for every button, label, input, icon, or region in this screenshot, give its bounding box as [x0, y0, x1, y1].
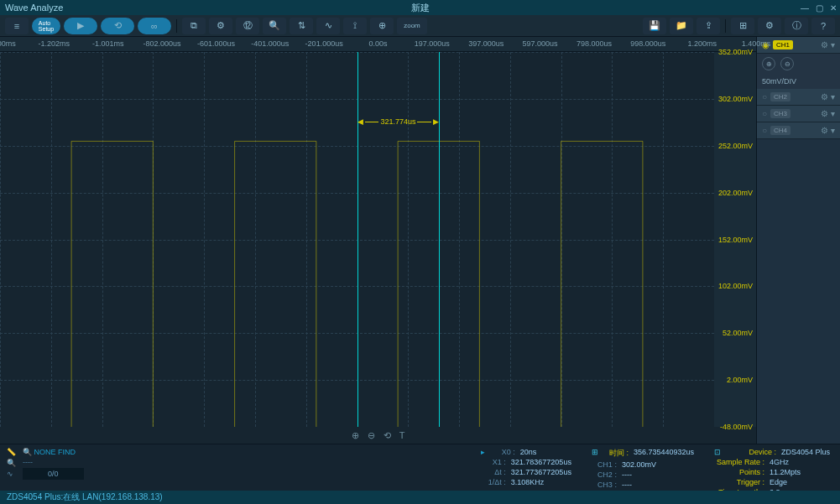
zoom-in-icon[interactable]: ⊕ [352, 430, 359, 441]
find-status: NONE FIND [34, 448, 76, 456]
zoom-icon[interactable]: 🔍 [7, 459, 16, 467]
cursor-x0[interactable]: X0 [357, 52, 358, 427]
screen-button[interactable]: ⧉ [182, 18, 206, 34]
find-count: 0/0 [23, 468, 84, 480]
settings-button[interactable]: ⚙ [209, 18, 232, 34]
document-title: 新建 [411, 2, 430, 14]
ch1-zoomin-icon[interactable]: ⊕ [762, 57, 775, 70]
folder-button[interactable]: 📁 [670, 18, 693, 34]
measure-button[interactable]: ⑫ [236, 18, 259, 34]
ch1-zoomout-icon[interactable]: ⊖ [780, 57, 794, 70]
waveform-plot[interactable]: X0 X1 ◀ 321.774us ▶ [0, 52, 714, 427]
autosetup-button[interactable]: Auto Setup [32, 18, 60, 34]
bottom-panel: 📏 🔍 ∿ 🔍 NONE FIND ---- 0/0 ▸X0 :20ns X1 … [0, 444, 840, 491]
help-button[interactable]: ? [811, 18, 835, 34]
sync-button[interactable]: ∞ [138, 18, 171, 34]
channel-sidebar: ◉CH1 ⚙ ▾ ⊕ ⊖ 50mV/DIV ○CH2 ⚙ ▾ ○CH3 ⚙ ▾ … [756, 37, 840, 444]
cursor-readout: ▸X0 :20ns X1 :321.783677205us Δt :321.77… [471, 444, 582, 491]
ch2-panel[interactable]: ○CH2 ⚙ ▾ [757, 89, 840, 106]
device-readout: ⊡Device :ZDS4054 Plus Sample Rate :4GHz … [704, 444, 840, 491]
plot-tools: ⊕ ⊖ ⟲ T [0, 427, 756, 444]
time-axis: -1.400ms-1.202ms-1.001ms-802.000us-601.0… [0, 37, 756, 52]
app-title: Wave Analyze [5, 3, 63, 13]
save-button[interactable]: 💾 [643, 18, 666, 34]
ch3-panel[interactable]: ○CH3 ⚙ ▾ [757, 106, 840, 122]
gear-icon[interactable]: ⚙ [758, 18, 781, 34]
minimize-button[interactable]: — [801, 3, 809, 13]
wave-icon[interactable]: ∿ [7, 470, 16, 478]
maximize-button[interactable]: ▢ [816, 3, 823, 13]
voltage-axis: 352.00mV302.00mV252.00mV202.00mV152.00mV… [714, 52, 756, 427]
ruler-icon[interactable]: 📏 [7, 448, 16, 456]
text-icon[interactable]: T [399, 430, 405, 440]
toolbar: ≡ Auto Setup ▶ ⟲ ∞ ⧉ ⚙ ⑫ 🔍 ⇅ ∿ ⟟ ⊕ zoom … [0, 15, 840, 37]
ch2-gear-icon[interactable]: ⚙ ▾ [821, 92, 835, 101]
config-button[interactable]: ⊞ [731, 18, 754, 34]
menu-button[interactable]: ≡ [5, 18, 29, 34]
math-button[interactable]: ∿ [316, 18, 340, 34]
status-bar: ZDS4054 Plus:在线 LAN(192.168.138.13) [0, 491, 840, 504]
search-button[interactable]: 🔍 [263, 18, 286, 34]
refresh-icon[interactable]: ⟲ [383, 430, 391, 441]
ch1-gear-icon[interactable]: ⚙ ▾ [821, 40, 835, 49]
zoom-button[interactable]: zoom [397, 18, 427, 34]
play-button[interactable]: ▶ [64, 18, 97, 34]
loop-button[interactable]: ⟲ [101, 18, 134, 34]
find-sub: ---- [23, 458, 84, 466]
close-button[interactable]: ✕ [830, 3, 837, 13]
cursor-button[interactable]: ⇅ [290, 18, 313, 34]
ch3-gear-icon[interactable]: ⚙ ▾ [821, 109, 835, 118]
marker-button[interactable]: ⊕ [370, 18, 394, 34]
zoom-out-icon[interactable]: ⊖ [368, 430, 375, 441]
crop-button[interactable]: ⟟ [343, 18, 367, 34]
info-button[interactable]: ⓘ [785, 18, 808, 34]
delta-annotation: ◀ 321.774us ▶ [357, 117, 440, 126]
ch1-zoom-controls: ⊕ ⊖ [757, 54, 840, 74]
ch1-scale: 50mV/DIV [757, 74, 840, 89]
channel-readout: ⊞时间 :356.735440932us CH1 :302.00mV CH2 :… [582, 444, 704, 491]
ch4-gear-icon[interactable]: ⚙ ▾ [821, 126, 835, 135]
ch4-panel[interactable]: ○CH4 ⚙ ▾ [757, 122, 840, 139]
connection-status: ZDS4054 Plus:在线 LAN(192.168.138.13) [7, 491, 163, 503]
cursor-x1[interactable]: X1 [439, 52, 440, 427]
export-button[interactable]: ⇪ [697, 18, 720, 34]
titlebar: Wave Analyze 新建 — ▢ ✕ [0, 0, 840, 15]
